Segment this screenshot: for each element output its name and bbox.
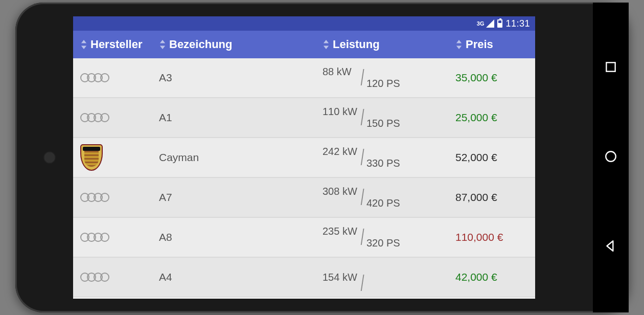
clock-label: 11:31 — [505, 18, 530, 29]
porsche-logo-icon — [80, 144, 103, 171]
table-header: Hersteller Bezeichung Leistung Preis — [73, 31, 535, 58]
sort-icon — [80, 40, 87, 49]
slash-icon: / — [361, 185, 364, 210]
nav-recent-button[interactable] — [604, 60, 617, 76]
cell-price: 25,000 € — [451, 111, 535, 124]
cell-name: A1 — [155, 111, 318, 124]
cell-maker — [73, 144, 155, 171]
cell-name: A4 — [155, 271, 318, 283]
battery-icon — [497, 19, 502, 28]
network-label: 3G — [477, 20, 485, 27]
cell-price: 110,000 € — [451, 231, 535, 243]
audi-logo-icon — [80, 73, 109, 82]
audi-logo-icon — [80, 113, 109, 122]
slash-icon: / — [361, 271, 364, 296]
slash-icon: / — [361, 145, 364, 170]
slash-icon: / — [361, 105, 364, 130]
header-power-label: Leistung — [333, 38, 380, 51]
cell-name: A7 — [155, 191, 318, 204]
cell-power: 88 kW/120 PS — [318, 66, 451, 89]
header-name[interactable]: Bezeichung — [155, 38, 318, 51]
power-kw: 154 kW — [323, 272, 451, 283]
power-kw: 308 kW — [323, 186, 451, 197]
header-maker-label: Hersteller — [90, 38, 143, 51]
table-row[interactable]: A1110 kW/150 PS25,000 € — [73, 98, 535, 138]
status-bar: 3G 11:31 — [73, 16, 535, 31]
audi-logo-icon — [80, 273, 109, 282]
header-power[interactable]: Leistung — [318, 38, 451, 51]
slash-icon: / — [361, 224, 364, 250]
signal-icon — [486, 19, 494, 28]
table-body[interactable]: A388 kW/120 PS35,000 €A1110 kW/150 PS25,… — [73, 58, 535, 299]
cell-maker — [73, 113, 155, 122]
power-kw: 88 kW — [323, 66, 451, 78]
audi-logo-icon — [80, 193, 109, 202]
sort-icon — [323, 40, 330, 49]
cell-maker — [73, 73, 155, 82]
power-kw: 242 kW — [323, 146, 451, 158]
nav-back-button[interactable] — [604, 239, 617, 255]
power-ps: 330 PS — [323, 158, 451, 169]
cell-power: 154 kW/ — [318, 272, 451, 283]
header-maker[interactable]: Hersteller — [73, 38, 155, 51]
cell-power: 110 kW/150 PS — [318, 106, 451, 129]
cell-name: Cayman — [155, 151, 318, 164]
cell-maker — [73, 233, 155, 242]
table-row[interactable]: Cayman242 kW/330 PS52,000 € — [73, 138, 535, 178]
header-price-label: Preis — [466, 38, 493, 51]
slash-icon: / — [361, 65, 364, 91]
cell-price: 35,000 € — [451, 72, 535, 84]
cell-power: 308 kW/420 PS — [318, 186, 451, 209]
sort-icon — [455, 40, 463, 49]
svg-rect-0 — [606, 62, 615, 71]
table-row[interactable]: A7308 kW/420 PS87,000 € — [73, 178, 535, 218]
cell-name: A8 — [155, 231, 318, 243]
table-row[interactable]: A4154 kW/42,000 € — [73, 258, 535, 298]
cell-price: 87,000 € — [451, 191, 535, 204]
android-navbar — [593, 3, 629, 312]
cell-power: 235 kW/320 PS — [318, 226, 451, 249]
power-ps: 320 PS — [323, 237, 451, 249]
cell-maker — [73, 273, 155, 282]
power-ps: 150 PS — [323, 118, 451, 129]
nav-home-button[interactable] — [604, 150, 617, 165]
device-speaker — [43, 151, 56, 164]
power-ps: 120 PS — [323, 78, 451, 89]
cell-price: 42,000 € — [451, 271, 535, 283]
power-kw: 110 kW — [323, 106, 451, 118]
sort-icon — [159, 40, 166, 49]
device-frame: 3G 11:31 Hersteller Bezeichung Leistung … — [15, 3, 629, 312]
header-name-label: Bezeichung — [169, 38, 232, 51]
cell-name: A3 — [155, 72, 318, 84]
device-screen: 3G 11:31 Hersteller Bezeichung Leistung … — [73, 16, 535, 299]
header-price[interactable]: Preis — [451, 38, 535, 51]
table-row[interactable]: A8235 kW/320 PS110,000 € — [73, 218, 535, 258]
table-row[interactable]: A388 kW/120 PS35,000 € — [73, 58, 535, 98]
cell-price: 52,000 € — [451, 151, 535, 164]
cell-maker — [73, 193, 155, 202]
cell-power: 242 kW/330 PS — [318, 146, 451, 169]
power-ps: 420 PS — [323, 197, 451, 209]
power-kw: 235 kW — [323, 226, 451, 237]
audi-logo-icon — [80, 233, 109, 242]
svg-point-1 — [606, 151, 616, 162]
